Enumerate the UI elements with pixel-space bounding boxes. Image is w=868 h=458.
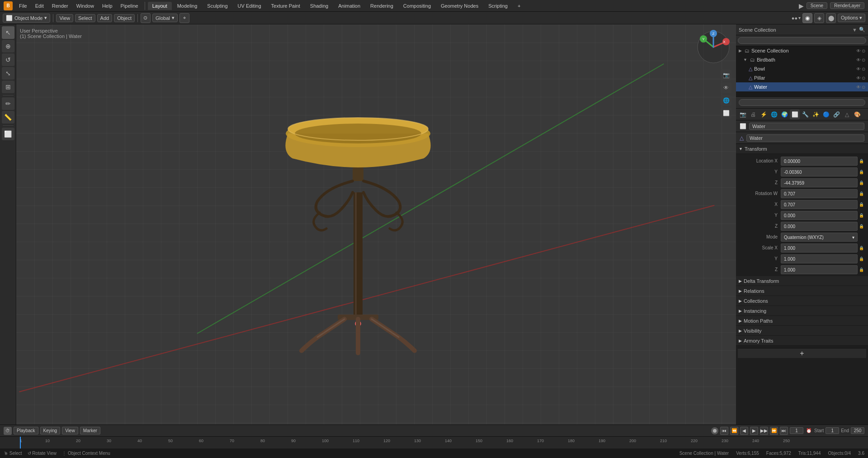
tab-texture-paint[interactable]: Texture Paint [267,2,305,10]
section-transform-header[interactable]: Transform [736,144,868,154]
birdbath-sel-icon[interactable]: ⊙ [862,57,865,62]
prop-icon-object[interactable]: ⬜ [790,110,800,119]
section-instancing-header[interactable]: Instancing [736,306,868,316]
tab-shading[interactable]: Shading [306,2,333,10]
tab-layout[interactable]: Layout [148,2,172,10]
view-menu-btn[interactable]: View [56,14,73,22]
armory-add-btn[interactable]: + [738,348,866,358]
next-keyframe-btn[interactable]: ⏩ [770,427,778,435]
rotation-z-lock[interactable]: 🔒 [858,222,864,231]
prop-icon-particles[interactable]: ✨ [811,110,821,119]
select-tool[interactable]: ↖ [2,26,14,39]
location-z-lock[interactable]: 🔒 [858,178,864,187]
viewport-shading-rendered[interactable]: ⬤ [826,13,836,23]
transform-pivot-icon[interactable]: ⊙ [141,13,151,23]
prev-frame-btn[interactable]: ◀ [740,427,748,435]
play-button[interactable]: ▶ [799,2,804,10]
section-visibility-header[interactable]: Visibility [736,326,868,336]
prop-icon-world[interactable]: 🌍 [779,110,789,119]
viewport-nav-gizmo[interactable]: X Y Z [695,29,731,65]
playback-menu[interactable]: Playback [14,427,38,434]
end-frame-box[interactable]: 250 [851,427,864,434]
prop-icon-view-layer[interactable]: ⚡ [759,110,769,119]
data-name-input[interactable] [746,134,864,142]
pillar-sel-icon[interactable]: ⊙ [862,76,865,81]
bowl-sel-icon[interactable]: ⊙ [862,67,865,72]
prop-icon-data[interactable]: △ [842,110,852,119]
prop-icon-physics[interactable]: 🔵 [821,110,831,119]
prop-icon-constraints[interactable]: 🔗 [831,110,841,119]
prop-icon-output[interactable]: 🖨 [748,110,758,119]
outliner-item-birdbath[interactable]: ▼ 🗂 Birdbath 👁 ⊙ [736,55,868,64]
record-key-btn[interactable] [711,427,718,434]
rotation-x-value[interactable]: 0.707 [781,200,858,209]
location-z-value[interactable]: -44.37959 [781,178,858,187]
rotation-y-lock[interactable]: 🔒 [858,211,864,220]
help-menu[interactable]: Help [99,2,116,10]
window-menu[interactable]: Window [73,2,98,10]
annotate-tool[interactable]: ✏ [2,97,14,110]
jump-start-btn[interactable]: ⏮ [720,427,728,435]
outliner-search-input[interactable] [738,37,866,44]
outliner-item-pillar[interactable]: △ Pillar 👁 ⊙ [736,73,868,82]
add-menu-btn[interactable]: Add [97,14,113,22]
select-menu-btn[interactable]: Select [75,14,95,22]
marker-menu[interactable]: Marker [80,427,100,434]
next-frame-btn[interactable]: ▶▶ [760,427,768,435]
scale-tool[interactable]: ⤡ [2,67,14,80]
location-y-lock[interactable]: 🔒 [858,167,864,177]
file-menu[interactable]: File [15,2,31,10]
measure-tool[interactable]: 📏 [2,111,14,124]
object-name-input[interactable] [749,123,864,130]
viewport[interactable]: User Perspective (1) Scene Collection | … [16,24,736,425]
tab-scripting[interactable]: Scripting [484,2,512,10]
water-vis-icon[interactable]: 👁 [856,85,861,90]
render-menu[interactable]: Render [48,2,72,10]
view-menu[interactable]: View [62,427,78,434]
tab-uv-editing[interactable]: UV Editing [233,2,266,10]
options-button[interactable]: Options ▾ [838,14,865,22]
play-btn[interactable]: ▶ [750,427,758,435]
rotation-mode-dropdown[interactable]: Quaternion (WXYZ) ▾ [781,233,858,242]
scale-z-value[interactable]: 1.000 [781,265,858,274]
section-armory-header[interactable]: Armory Traits [736,336,868,346]
rotation-x-lock[interactable]: 🔒 [858,200,864,209]
render-layer-selector[interactable]: RenderLayer [830,2,864,9]
scale-x-lock[interactable]: 🔒 [858,243,864,253]
jump-end-btn[interactable]: ⏭ [780,427,788,435]
local-global-icon[interactable]: 🌐 [721,95,731,106]
prop-icon-modifier[interactable]: 🔧 [800,110,810,119]
rotation-w-lock[interactable]: 🔒 [858,189,864,198]
viewport-size-icon[interactable]: ⬜ [721,108,731,119]
tab-compositing[interactable]: Compositing [399,2,435,10]
scale-y-value[interactable]: 1.000 [781,254,858,263]
viewport-shading-material[interactable]: ◈ [814,13,824,23]
tab-rendering[interactable]: Rendering [366,2,398,10]
viewport-shading-solid[interactable]: ◉ [802,13,812,23]
rotation-y-value[interactable]: 0.000 [781,211,858,220]
tab-modeling[interactable]: Modeling [173,2,202,10]
prev-keyframe-btn[interactable]: ⏪ [730,427,738,435]
rotation-w-value[interactable]: 0.707 [781,189,858,198]
keying-menu[interactable]: Keying [40,427,61,434]
tab-geometry-nodes[interactable]: Geometry Nodes [436,2,483,10]
props-search-input[interactable] [739,99,865,106]
birdbath-vis-icon[interactable]: 👁 [856,57,861,62]
perspective-ortho-icon[interactable]: 👁 [721,82,731,93]
section-delta-header[interactable]: Delta Transform [736,276,868,286]
water-sel-icon[interactable]: ⊙ [862,85,865,90]
scale-z-lock[interactable]: 🔒 [858,265,864,274]
select-icon[interactable]: ⊙ [862,48,865,53]
tab-sculpting[interactable]: Sculpting [203,2,232,10]
prop-icon-scene[interactable]: 🌐 [769,110,779,119]
current-frame-box[interactable]: 1 [790,427,803,434]
rotate-tool[interactable]: ↺ [2,53,14,66]
scale-x-value[interactable]: 1.000 [781,243,858,253]
scene-selector[interactable]: Scene [807,2,827,9]
transform-orient-selector[interactable]: Global▾ [152,14,178,22]
snap-icon[interactable]: ⌖ [179,13,189,23]
section-relations-header[interactable]: Relations [736,286,868,296]
outliner-filter-icon[interactable]: ▼ [852,27,857,33]
visibility-icon[interactable]: 👁 [856,48,861,53]
add-cube-tool[interactable]: ⬜ [2,128,14,140]
